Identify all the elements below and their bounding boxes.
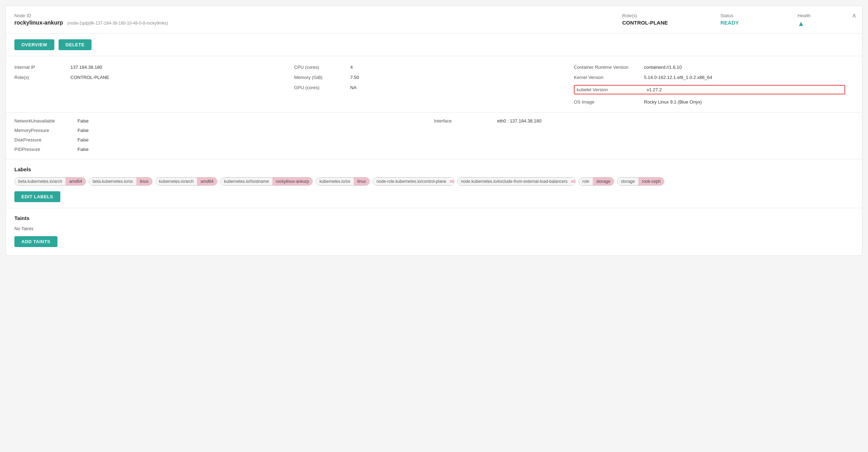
container-runtime-val: containerd://1.6.10	[644, 65, 682, 70]
labels-container: beta.kubernetes.io/archamd64beta.kuberne…	[14, 177, 854, 186]
kubelet-row: kubelet Version v1.27.2	[574, 85, 845, 94]
gpu-key: GPU (cores)	[294, 85, 350, 90]
roles-col: Role(s) CONTROL-PLANE	[622, 13, 720, 26]
disk-pressure-key: DiskPressure	[14, 137, 77, 142]
cpu-row: CPU (cores) 4	[294, 65, 565, 70]
kubelet-key: kubelet Version	[577, 87, 647, 92]
node-id-value: rockylinux-ankurp (node-2qdpj9k-137-184-…	[14, 20, 622, 26]
info-grid: Internal IP 137.184.38.180 Role(s) CONTR…	[6, 56, 862, 113]
label-value: storage	[593, 178, 614, 185]
label-key: role	[579, 178, 593, 185]
pid-pressure-key: PIDPressure	[14, 147, 77, 152]
label-key: storage	[617, 178, 638, 185]
label-tag: kubernetes.io/hostnamerockylinux-ankurp	[220, 177, 313, 186]
gpu-row: GPU (cores) NA	[294, 85, 565, 90]
interface-row: Interface eth0 : 137.184.38.180	[434, 118, 854, 124]
roles-label: Role(s)	[622, 13, 720, 18]
label-key: node.kubernetes.io/exclude-from-external…	[457, 178, 571, 185]
status-col: Status READY	[720, 13, 798, 26]
node-id-label: Node ID	[14, 13, 622, 18]
memory-pressure-val: False	[77, 128, 89, 133]
node-id-sub: (node-2qdpj9k-137-184-38-180-10-48-0-8-r…	[67, 21, 168, 26]
node-id-col: Node ID rockylinux-ankurp (node-2qdpj9k-…	[14, 13, 622, 26]
conditions-col-1: NetworkUnavailable False MemoryPressure …	[14, 118, 434, 156]
roles-info-row: Role(s) CONTROL-PLANE	[14, 75, 286, 80]
os-image-key: OS Image	[574, 99, 644, 105]
memory-key: Memory (GiB)	[294, 75, 350, 80]
conditions-grid: NetworkUnavailable False MemoryPressure …	[14, 118, 854, 156]
label-tag: storagerook-ceph	[617, 177, 664, 186]
label-tag: beta.kubernetes.io/archamd64	[14, 177, 86, 186]
health-col: Health ▲	[798, 13, 854, 28]
roles-info-val: CONTROL-PLANE	[70, 75, 109, 80]
label-value	[450, 180, 454, 183]
memory-pressure-row: MemoryPressure False	[14, 128, 434, 133]
add-taints-button[interactable]: ADD TAINTS	[14, 236, 57, 247]
kernel-val: 5.14.0-162.12.1.el9_1.0.2.x86_64	[644, 75, 712, 80]
label-value: rook-ceph	[638, 178, 664, 185]
kernel-key: Kernel Version	[574, 75, 644, 80]
health-icon: ▲	[798, 20, 854, 28]
conditions-col-2: Interface eth0 : 137.184.38.180	[434, 118, 854, 156]
health-label: Health	[798, 13, 854, 18]
memory-val: 7.50	[350, 75, 359, 80]
os-image-row: OS Image Rocky Linux 9.1 (Blue Onyx)	[574, 99, 845, 105]
label-key: kubernetes.io/hostname	[221, 178, 272, 185]
info-col-3: Container Runtime Version containerd://1…	[574, 65, 854, 109]
cpu-val: 4	[350, 65, 353, 70]
memory-pressure-key: MemoryPressure	[14, 128, 77, 133]
status-value: READY	[720, 20, 798, 26]
status-label: Status	[720, 13, 798, 18]
internal-ip-key: Internal IP	[14, 65, 70, 70]
network-unavailable-val: False	[77, 118, 89, 124]
node-name: rockylinux-ankurp	[14, 20, 63, 26]
overview-button[interactable]: OVERVIEW	[14, 39, 54, 50]
pid-pressure-row: PIDPressure False	[14, 147, 434, 152]
conditions-section: NetworkUnavailable False MemoryPressure …	[6, 113, 862, 159]
internal-ip-row: Internal IP 137.184.38.180	[14, 65, 286, 70]
gpu-val: NA	[350, 85, 357, 90]
collapse-button[interactable]: ∧	[852, 12, 856, 19]
container-runtime-row: Container Runtime Version containerd://1…	[574, 65, 845, 70]
disk-pressure-val: False	[77, 137, 89, 142]
disk-pressure-row: DiskPressure False	[14, 137, 434, 142]
label-key: beta.kubernetes.io/arch	[15, 178, 66, 185]
cpu-key: CPU (cores)	[294, 65, 350, 70]
network-unavailable-key: NetworkUnavailable	[14, 118, 77, 124]
roles-info-key: Role(s)	[14, 75, 70, 80]
label-value	[571, 180, 575, 183]
label-value: linux	[136, 178, 152, 185]
kubelet-val: v1.27.2	[647, 87, 662, 92]
label-key: beta.kubernetes.io/os	[89, 178, 136, 185]
delete-button[interactable]: DELETE	[59, 39, 91, 50]
label-tag: kubernetes.io/archamd64	[155, 177, 217, 186]
taints-section: Taints No Taints ADD TAINTS	[6, 208, 862, 255]
label-tag: rolestorage	[578, 177, 614, 186]
label-tag: kubernetes.io/oslinux	[316, 177, 370, 186]
info-col-1: Internal IP 137.184.38.180 Role(s) CONTR…	[14, 65, 294, 109]
labels-section: Labels beta.kubernetes.io/archamd64beta.…	[6, 159, 862, 208]
container-runtime-key: Container Runtime Version	[574, 65, 644, 70]
kernel-row: Kernel Version 5.14.0-162.12.1.el9_1.0.2…	[574, 75, 845, 80]
header-section: Node ID rockylinux-ankurp (node-2qdpj9k-…	[6, 6, 862, 34]
action-bar: OVERVIEW DELETE	[6, 34, 862, 56]
labels-title: Labels	[14, 166, 854, 172]
node-detail-panel: Node ID rockylinux-ankurp (node-2qdpj9k-…	[6, 6, 862, 256]
label-tag: node-role.kubernetes.io/control-plane	[373, 177, 454, 186]
label-key: kubernetes.io/os	[316, 178, 354, 185]
pid-pressure-val: False	[77, 147, 89, 152]
edit-labels-button[interactable]: EDIT LABELS	[14, 191, 60, 202]
label-value: amd64	[197, 178, 217, 185]
label-key: node-role.kubernetes.io/control-plane	[373, 178, 450, 185]
interface-val: eth0 : 137.184.38.180	[497, 118, 542, 124]
network-unavailable-row: NetworkUnavailable False	[14, 118, 434, 124]
label-value: amd64	[66, 178, 86, 185]
label-key: kubernetes.io/arch	[156, 178, 197, 185]
label-value: rockylinux-ankurp	[272, 178, 312, 185]
internal-ip-val: 137.184.38.180	[70, 65, 102, 70]
os-image-val: Rocky Linux 9.1 (Blue Onyx)	[644, 99, 702, 105]
no-taints-label: No Taints	[14, 226, 854, 231]
memory-row: Memory (GiB) 7.50	[294, 75, 565, 80]
info-col-2: CPU (cores) 4 Memory (GiB) 7.50 GPU (cor…	[294, 65, 574, 109]
roles-value: CONTROL-PLANE	[622, 20, 720, 26]
